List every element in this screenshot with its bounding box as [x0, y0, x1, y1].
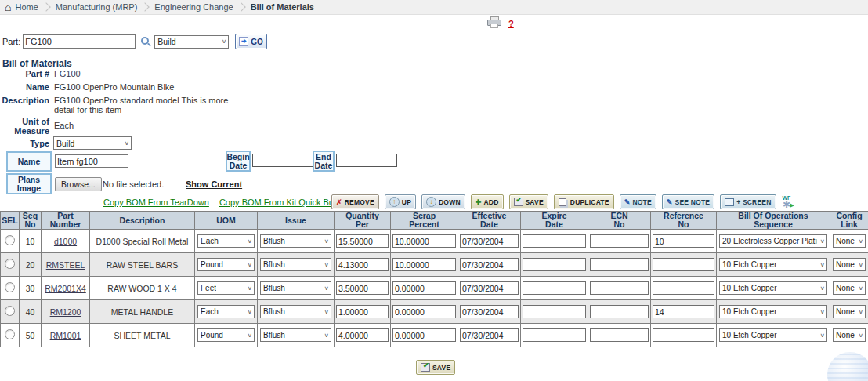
- seq-no-cell: 20: [20, 253, 42, 277]
- row-select-radio[interactable]: [5, 282, 15, 292]
- part-number-link[interactable]: RM1200: [50, 307, 81, 317]
- ecn-no-input[interactable]: [590, 305, 649, 318]
- up-button[interactable]: ↑ UP: [385, 194, 416, 209]
- effective-date-input[interactable]: [460, 305, 519, 318]
- part-number-link[interactable]: RM2001X4: [45, 284, 86, 293]
- see-note-button[interactable]: ✎ SEE NOTE: [662, 194, 714, 209]
- chevron-down-icon: ∨: [819, 332, 825, 339]
- scrap-percent-input[interactable]: [392, 234, 456, 248]
- ecn-no-input[interactable]: [590, 258, 649, 271]
- config-link-select[interactable]: None∨: [833, 281, 866, 295]
- bom-table-row: 30 RM2001X4 RAW WOOD 1 X 4 Feet∨ Bflush∨…: [1, 277, 868, 300]
- expire-date-input[interactable]: [523, 234, 586, 248]
- add-screen-button[interactable]: + SCREEN: [720, 194, 776, 209]
- duplicate-button[interactable]: DUPLICATE: [554, 194, 614, 209]
- copy-bom-teardown-link[interactable]: Copy BOM From TearDown: [103, 198, 209, 207]
- issue-select[interactable]: Bflush∨: [260, 328, 331, 342]
- reference-no-input[interactable]: [653, 258, 714, 271]
- boo-sequence-select[interactable]: 10 Etch Copper∨: [719, 258, 827, 271]
- breadcrumb-engineering-change[interactable]: Engineering Change: [153, 2, 234, 12]
- uom-select[interactable]: Pound∨: [197, 328, 255, 342]
- row-select-radio[interactable]: [5, 306, 15, 316]
- quantity-per-input[interactable]: [336, 234, 389, 248]
- search-icon[interactable]: [140, 36, 151, 47]
- config-link-select[interactable]: None∨: [833, 328, 866, 342]
- part-search-input[interactable]: [23, 34, 136, 49]
- row-select-radio[interactable]: [5, 235, 15, 245]
- bom-name-input[interactable]: [55, 154, 128, 168]
- note-button[interactable]: ✎ NOTE: [620, 194, 656, 209]
- uom-select[interactable]: Feet∨: [197, 281, 255, 295]
- uom-select[interactable]: Pound∨: [197, 258, 255, 271]
- footer-save-button[interactable]: ✔ SAVE: [416, 360, 455, 375]
- boo-sequence-select[interactable]: 10 Etch Copper∨: [719, 305, 827, 318]
- part-number-link[interactable]: RM1001: [50, 331, 81, 340]
- expire-date-input[interactable]: [523, 281, 586, 295]
- ecn-no-input[interactable]: [590, 234, 649, 248]
- row-select-radio[interactable]: [5, 329, 15, 339]
- end-date-input[interactable]: [336, 154, 397, 167]
- description-cell: SHEET METAL: [90, 324, 195, 347]
- scrap-percent-input[interactable]: [392, 281, 456, 295]
- issue-select[interactable]: Bflush∨: [260, 305, 331, 318]
- expire-date-input[interactable]: [523, 258, 586, 271]
- down-button[interactable]: ↓ DOWN: [421, 194, 465, 209]
- issue-select[interactable]: Bflush∨: [260, 234, 331, 248]
- effective-date-input[interactable]: [460, 258, 519, 271]
- show-current-link[interactable]: Show Current: [186, 180, 242, 189]
- uom-select[interactable]: Each∨: [197, 305, 255, 318]
- home-icon[interactable]: ⌂: [5, 2, 11, 13]
- begin-date-label: Begin Date: [226, 151, 251, 172]
- quantity-per-input[interactable]: [336, 305, 389, 318]
- quantity-per-input[interactable]: [336, 328, 389, 342]
- go-button[interactable]: ➔ GO: [235, 34, 267, 49]
- reference-no-input[interactable]: [653, 234, 714, 248]
- quantity-per-input[interactable]: [336, 258, 389, 271]
- scrap-percent-input[interactable]: [392, 258, 456, 271]
- add-button[interactable]: ✚ ADD: [471, 194, 504, 209]
- ecn-no-input[interactable]: [590, 328, 649, 342]
- col-header-seq-no: Seq No: [20, 212, 42, 230]
- boo-sequence-select[interactable]: 20 Electroless Copper Plating∨: [719, 234, 827, 248]
- scrap-percent-input[interactable]: [392, 328, 456, 342]
- chevron-down-icon: ∨: [222, 38, 227, 45]
- effective-date-input[interactable]: [460, 328, 519, 342]
- quantity-per-input[interactable]: [336, 281, 389, 295]
- row-select-radio[interactable]: [5, 259, 15, 269]
- issue-select[interactable]: Bflush∨: [260, 281, 331, 295]
- browse-button[interactable]: Browse...: [55, 177, 102, 191]
- expire-date-input[interactable]: [523, 328, 586, 342]
- help-link[interactable]: ?: [508, 19, 514, 28]
- breadcrumb-manufacturing[interactable]: Manufacturing (MRP): [54, 2, 139, 12]
- scrap-percent-input[interactable]: [392, 305, 456, 318]
- boo-sequence-select[interactable]: 10 Etch Copper∨: [719, 281, 827, 295]
- config-link-select[interactable]: None∨: [833, 234, 866, 248]
- bom-table-row: 10 d1000 D1000 Special Roll Metal Each∨ …: [1, 230, 868, 253]
- effective-date-input[interactable]: [460, 234, 519, 248]
- copy-bom-kit-link[interactable]: Copy BOM From Kit Quick Build: [219, 198, 342, 207]
- reference-no-input[interactable]: [653, 328, 714, 342]
- breadcrumb-home[interactable]: Home: [13, 2, 39, 12]
- uom-select[interactable]: Each∨: [197, 234, 255, 248]
- expire-date-input[interactable]: [523, 305, 586, 318]
- boo-sequence-select[interactable]: 10 Etch Copper∨: [719, 328, 827, 342]
- save-check-icon: ✔: [514, 198, 523, 206]
- config-link-select[interactable]: None∨: [833, 305, 866, 318]
- build-mode-select[interactable]: Build ∨: [154, 35, 229, 49]
- part-number-link[interactable]: d1000: [54, 237, 77, 246]
- reference-no-input[interactable]: [653, 281, 714, 295]
- begin-date-input[interactable]: [252, 154, 315, 167]
- workflow-button[interactable]: WF ✱▶: [783, 195, 791, 209]
- save-button[interactable]: ✔ SAVE: [509, 194, 548, 209]
- col-header-part-number: Part Number: [42, 212, 90, 230]
- config-link-select[interactable]: None∨: [833, 258, 866, 271]
- part-number-link[interactable]: FG100: [54, 69, 81, 78]
- type-select[interactable]: Build ∨: [53, 136, 132, 150]
- effective-date-input[interactable]: [460, 281, 519, 295]
- remove-button[interactable]: ✗ REMOVE: [331, 194, 379, 209]
- ecn-no-input[interactable]: [590, 281, 649, 295]
- printer-icon[interactable]: [487, 16, 501, 27]
- issue-select[interactable]: Bflush∨: [260, 258, 331, 271]
- part-number-link[interactable]: RMSTEEL: [46, 260, 85, 270]
- reference-no-input[interactable]: [653, 305, 714, 318]
